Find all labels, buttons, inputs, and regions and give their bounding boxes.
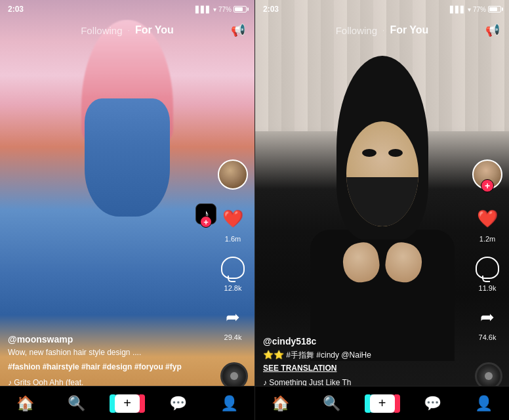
home-icon-left: 🏠 [16,395,34,412]
search-icon-right: 🔍 [323,395,340,412]
comment-icon-right [473,253,502,282]
share-count-right: 74.6k [479,333,497,341]
nav-profile-left[interactable]: 👤 [203,395,254,412]
wifi-icon-right: ▾ [468,6,471,13]
plus-button-right[interactable]: + [367,394,397,413]
comment-count-right: 11.9k [479,284,497,292]
comment-count-left: 12.8k [224,284,242,292]
battery-icon-right [488,6,501,12]
inbox-icon-left: 💬 [169,395,187,412]
share-count-left: 29.4k [224,333,242,341]
plus-inner-left: + [115,394,140,413]
nav-separator-right: · [382,26,384,35]
see-translation-right[interactable]: SEE TRANSLATION [263,364,463,373]
stars-emoji: ⭐⭐ [263,350,284,360]
signal-icon: ▋▋▋ [195,6,211,13]
share-icon-left: ➦ [218,303,247,331]
nav-search-left[interactable]: 🔍 [51,395,102,412]
action-bar-left: ❤️ 1.6m 12.8k ➦ 29.4k [218,159,248,341]
battery-text-right: 77% [473,6,486,13]
nav-inbox-left[interactable]: 💬 [153,395,204,412]
plus-inner-right: + [370,394,395,413]
status-bar-right: 2:03 ▋▋▋ ▾ 77% [255,0,509,18]
sound-icon-left[interactable]: 📢 [231,23,245,37]
caption-right: ⭐⭐ #手指舞 #cindy @NaiHe [263,349,463,361]
hair-overlay [13,20,241,295]
disc-inner-right [485,372,493,380]
avatar-plus-right[interactable]: + [481,179,494,192]
avatar-left[interactable] [218,159,248,190]
status-time-right: 2:03 [263,5,279,14]
avatar-container-left [218,159,248,194]
heart-icon-right: ❤️ [473,204,502,233]
nav-profile-right[interactable]: 👤 [458,395,509,412]
status-icons-left: ▋▋▋ ▾ 77% [195,6,247,13]
status-icons-right: ▋▋▋ ▾ 77% [450,6,501,13]
battery-icon-left [234,6,247,12]
battery-text: 77% [218,6,232,13]
wifi-icon: ▾ [213,6,216,13]
like-count-left: 1.6m [225,235,241,243]
hashtags-left: #fashion #hairstyle #hair #design #foryo… [8,361,209,373]
right-panel: 2:03 ▋▋▋ ▾ 77% Following · For You 📢 + ❤… [254,0,509,420]
share-action-right[interactable]: ➦ 74.6k [473,303,502,341]
tiktok-watermark-left: ♪ + [195,203,216,224]
comment-icon-left [218,253,247,282]
username-right[interactable]: @cindy518c [263,336,463,346]
face-mask [346,177,418,226]
nav-plus-left[interactable]: + [102,394,153,413]
search-icon-left: 🔍 [68,395,85,412]
nav-inbox-right[interactable]: 💬 [407,395,458,412]
nav-plus-right[interactable]: + [357,394,407,413]
hand-left [340,240,382,285]
nav-home-left[interactable]: 🏠 [0,395,51,412]
for-you-tab-right[interactable]: For You [390,24,428,36]
username-left[interactable]: @moonswamp [8,334,209,345]
share-action-left[interactable]: ➦ 29.4k [218,303,247,341]
bottom-nav-right: 🏠 🔍 + 💬 👤 [255,386,509,420]
action-bar-right: + ❤️ 1.2m 11.9k ➦ 74.6k [472,159,502,341]
like-count-right: 1.2m [479,235,495,243]
nav-separator-left: · [128,26,130,35]
hair [336,56,428,240]
avatar-right[interactable]: + [472,159,502,190]
following-tab-left[interactable]: Following [81,25,122,36]
comment-action-right[interactable]: 11.9k [473,253,502,292]
signal-icon-right: ▋▋▋ [450,6,466,13]
nav-home-right[interactable]: 🏠 [255,395,306,412]
face [346,121,418,226]
share-icon-right: ➦ [473,303,502,331]
nav-search-right[interactable]: 🔍 [306,395,356,412]
status-time-left: 2:03 [8,5,24,14]
sound-icon-right[interactable]: 📢 [485,23,500,37]
bottom-info-left: @moonswamp Wow, new fashion hair style d… [8,334,209,373]
disc-inner-left [230,372,238,380]
person-figure [255,36,509,386]
following-tab-right[interactable]: Following [336,25,377,36]
caption-text-right: #手指舞 #cindy @NaiHe [286,350,371,360]
avatar-image-left [218,159,248,190]
for-you-tab-left[interactable]: For You [135,24,174,36]
top-nav-right: Following · For You 📢 [255,18,509,42]
home-icon-right: 🏠 [272,395,289,412]
hair-middle [85,98,170,217]
top-nav-left: Following · For You 📢 [0,18,254,42]
status-bar-left: 2:03 ▋▋▋ ▾ 77% [0,0,254,18]
like-action-right[interactable]: ❤️ 1.2m [473,204,502,243]
profile-icon-left: 👤 [220,395,238,412]
avatar-plus-left[interactable]: + [200,216,212,228]
left-panel: 2:03 ▋▋▋ ▾ 77% Following · For You 📢 ♪ + [0,0,254,420]
plus-button-left[interactable]: + [112,394,142,413]
comment-action-left[interactable]: 12.8k [218,253,247,292]
eyes [356,144,409,161]
profile-icon-right: 👤 [475,395,493,412]
avatar-container-right: + [472,159,502,194]
caption-left: Wow, new fashion hair style design .... [8,347,209,358]
bottom-info-right: @cindy518c ⭐⭐ #手指舞 #cindy @NaiHe SEE TRA… [263,336,463,373]
bottom-nav-left: 🏠 🔍 + 💬 👤 [0,386,254,420]
like-action-left[interactable]: ❤️ 1.6m [218,204,247,243]
hand-right [382,240,425,285]
heart-icon-left: ❤️ [218,204,247,233]
inbox-icon-right: 💬 [424,395,441,412]
